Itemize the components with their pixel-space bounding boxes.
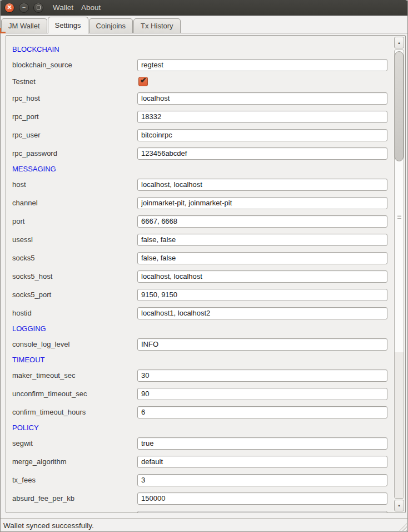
menu-item-about[interactable]: About [77,3,105,12]
field-label: socks5_host [12,272,137,280]
settings-form: BLOCKCHAINblockchain_sourceTestnet✔rpc_h… [6,36,393,513]
tab-jm-wallet[interactable]: JM Wallet [1,18,47,33]
scrollbar-grip-icon [397,215,401,220]
section-title-policy: POLICY [6,421,393,434]
settings-scroll-area: BLOCKCHAINblockchain_sourceTestnet✔rpc_h… [6,35,406,513]
settings-row: rpc_user [6,126,393,144]
field-label: rpc_port [12,112,137,121]
tab-tx-history[interactable]: Tx History [133,18,181,33]
field-input-absurd_fee_per_kb[interactable] [137,492,387,505]
settings-row: blockchain_source [6,56,393,74]
settings-row: socks5_host [6,267,393,285]
field-input-console_log_level[interactable] [137,338,387,351]
settings-row: rpc_password [6,144,393,162]
field-input-rpc_port[interactable] [137,111,387,123]
field-input-usessl[interactable] [137,234,387,246]
scroll-down-icon: ▼ [397,504,401,508]
field-input-rpc_host[interactable] [137,92,387,105]
field-input-rpc_user[interactable] [137,129,387,141]
scroll-up-button[interactable]: ▲ [394,37,404,48]
tab-coinjoins[interactable]: Coinjoins [89,18,133,33]
field-label: socks5_port [12,290,137,299]
field-input-maker_timeout_sec[interactable] [137,370,387,382]
field-label: segwit [12,439,137,447]
scrollbar-track-lower[interactable] [395,352,404,498]
field-label: rpc_user [12,131,137,139]
settings-row: port [6,212,393,230]
scroll-up-icon: ▲ [397,41,401,45]
scrollbar-track[interactable] [394,50,404,499]
field-label: blockchain_source [12,61,137,69]
tab-bar: JM WalletSettingsCoinjoinsTx History [0,16,408,33]
section-title-logging: LOGGING [6,322,393,335]
settings-row: rpc_host [6,89,393,107]
field-input-rpc_password[interactable] [137,147,387,160]
settings-row: socks5_port [6,285,393,304]
settings-row: console_log_level [6,335,393,353]
section-title-messaging: MESSAGING [6,162,393,175]
minimize-button[interactable]: − [19,3,29,13]
field-label: Testnet [12,77,137,86]
minimize-icon: − [22,4,26,11]
menu-bar: WalletAbout [49,3,105,12]
settings-row [6,508,393,513]
maximize-icon [37,6,41,9]
field-label: absurd_fee_per_kb [12,494,137,503]
menu-item-wallet[interactable]: Wallet [49,3,77,12]
field-label: channel [12,199,137,207]
resize-grip-icon[interactable] [399,523,407,531]
settings-row: channel [6,194,393,212]
settings-row: tx_fees [6,471,393,489]
section-title-timeout: TIMEOUT [6,353,393,366]
settings-row: rpc_port [6,107,393,126]
settings-row: absurd_fee_per_kb [6,489,393,508]
testnet-checkbox[interactable]: ✔ [138,77,148,86]
settings-row: unconfirm_timeout_sec [6,385,393,403]
vertical-scrollbar[interactable]: ▲ ▼ [393,36,405,513]
tab-settings[interactable]: Settings [48,17,88,33]
field-input-confirm_timeout_hours[interactable] [137,406,387,418]
field-label: maker_timeout_sec [12,371,137,380]
field-label: socks5 [12,254,137,262]
field-input-socks5[interactable] [137,252,387,264]
field-label: confirm_timeout_hours [12,408,137,416]
field-input-unconfirm_timeout_sec[interactable] [137,388,387,400]
field-input-segwit[interactable] [137,437,387,450]
checkmark-icon: ✔ [140,76,147,85]
field-label: unconfirm_timeout_sec [12,390,137,398]
settings-row: host [6,175,393,194]
settings-row: confirm_timeout_hours [6,403,393,421]
close-button[interactable]: ✕ [4,3,14,13]
settings-row: maker_timeout_sec [6,366,393,385]
field-label: port [12,217,137,225]
settings-row: Testnet✔ [6,74,393,89]
scroll-down-button[interactable]: ▼ [394,500,404,511]
maximize-button[interactable] [33,3,43,13]
close-icon: ✕ [7,4,12,11]
field-label: rpc_password [12,149,137,157]
field-label: rpc_host [12,94,137,102]
field-input-port[interactable] [137,215,387,228]
field-input-blockchain_source[interactable] [137,59,387,71]
settings-row: segwit [6,434,393,452]
section-title-blockchain: BLOCKCHAIN [6,43,393,56]
settings-row: hostid [6,304,393,322]
field-label: tx_fees [12,476,137,484]
field-input-socks5_port[interactable] [137,289,387,301]
focus-corner-accent [0,32,6,33]
settings-row: usessl [6,230,393,249]
settings-pane: BLOCKCHAINblockchain_sourceTestnet✔rpc_h… [0,33,408,518]
field-input-hostid[interactable] [137,307,387,319]
field-input-host[interactable] [137,179,387,191]
field-input-tx_fees[interactable] [137,474,387,486]
scrollbar-thumb[interactable] [395,51,404,161]
title-bar: ✕ − WalletAbout [0,0,408,16]
field-label: hostid [12,309,137,317]
field-input-merge_algorithm[interactable] [137,456,387,468]
settings-row: merge_algorithm [6,452,393,471]
settings-row: socks5 [6,249,393,267]
field-label: merge_algorithm [12,457,137,466]
field-input-channel[interactable] [137,197,387,209]
field-input-partial[interactable] [137,511,387,513]
field-input-socks5_host[interactable] [137,270,387,283]
